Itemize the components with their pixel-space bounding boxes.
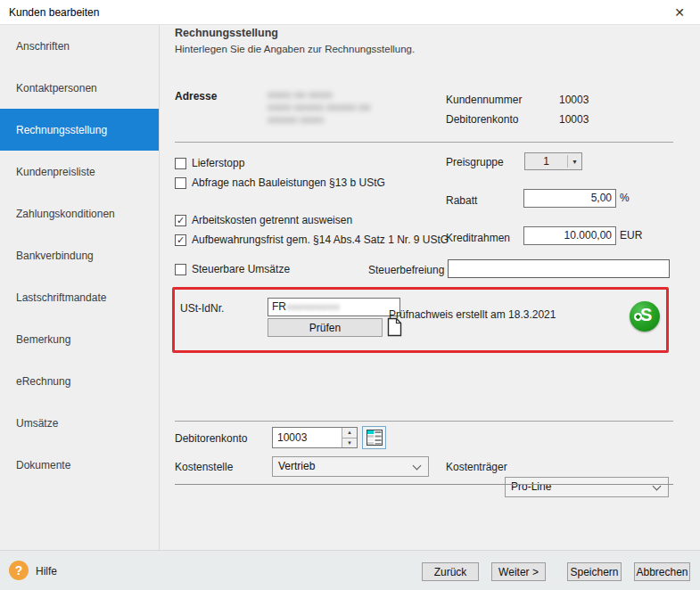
s-badge-letter: S [640, 305, 652, 325]
ustid-label: USt-IdNr. [180, 302, 224, 315]
checkbox-box[interactable] [175, 264, 186, 275]
weiter-button[interactable]: Weiter > [491, 562, 546, 581]
adresse-line-3: ●●●●● ●●●● [268, 113, 370, 126]
debitorenkonto-value[interactable]: 10003 [273, 428, 342, 447]
kostentraeger-value: Pro-Line [511, 480, 551, 493]
checkbox-box[interactable] [175, 177, 186, 189]
debitorenkonto-info-value: 10003 [559, 113, 589, 126]
page-subtitle: Hinterlegen Sie die Angaben zur Rechnung… [175, 44, 415, 54]
checkbox-label: Steuerbare Umsätze [192, 263, 290, 275]
preisgruppe-label: Preisgruppe [446, 156, 504, 168]
sidebar-nav: Anschriften Kontaktpersonen Rechnungsste… [0, 25, 159, 550]
spin-down-icon[interactable]: ▼ [342, 438, 357, 448]
pruefen-button[interactable]: Prüfen [268, 318, 383, 337]
kunden-bearbeiten-dialog: Kunden bearbeiten ✕ Anschriften Kontaktp… [0, 0, 700, 590]
checkbox-label: Aufbewahrungsfrist gem. §14 Abs.4 Satz 1… [192, 234, 449, 246]
section-divider [175, 484, 673, 485]
adresse-redacted: ●●●● ●● ●●●● ●●●● ●●●●● ●●●●● ●● ●●●●● ●… [268, 88, 370, 126]
sidebar-divider [159, 25, 160, 550]
steuerbefreiung-input[interactable] [448, 259, 670, 278]
checkbox-bauleistungen[interactable]: Abfrage nach Bauleistungen §13 b UStG [175, 176, 385, 189]
sidebar-item-bankverbindung[interactable]: Bankverbindung [0, 234, 159, 276]
kostentraeger-select[interactable]: Pro-Line [505, 477, 669, 497]
kundennummer-label: Kundennummer [446, 94, 522, 106]
sidebar-item-kontaktpersonen[interactable]: Kontaktpersonen [0, 67, 159, 109]
chevron-down-icon [413, 462, 422, 471]
zurueck-button[interactable]: Zurück [422, 562, 479, 581]
sidebar-item-anschriften[interactable]: Anschriften [0, 25, 159, 67]
window-title: Kunden bearbeiten [9, 0, 99, 25]
sidebar-item-rechnungsstellung[interactable]: Rechnungsstellung [0, 109, 159, 151]
kreditrahmen-input[interactable]: 10.000,00 [523, 226, 616, 245]
help-icon[interactable]: ? [9, 561, 29, 580]
kostenstelle-value: Vertrieb [278, 460, 315, 472]
ustid-redacted: ●●●●●●●●● [286, 300, 340, 313]
kostenstelle-label: Kostenstelle [175, 461, 233, 473]
sidebar-item-dokumente[interactable]: Dokumente [0, 444, 159, 486]
speichern-button[interactable]: Speichern [567, 562, 622, 581]
kostenstelle-select[interactable]: Vertrieb [272, 456, 429, 477]
sidebar-item-kundenpreisliste[interactable]: Kundenpreisliste [0, 151, 159, 193]
checkbox-box[interactable]: ✓ [175, 234, 186, 246]
preisgruppe-value: 1 [525, 155, 567, 168]
dropdown-arrow-icon[interactable]: ▼ [568, 159, 581, 165]
page-title: Rechnungsstellung [175, 27, 278, 39]
ustid-input[interactable]: FR●●●●●●●●● [268, 298, 400, 316]
lookup-table-icon [366, 430, 383, 446]
checkbox-label: Abfrage nach Bauleistungen §13 b UStG [192, 176, 385, 189]
steuerbefreiung-label: Steuerbefreiung [368, 264, 444, 276]
preisgruppe-select[interactable]: 1 ▼ [524, 152, 582, 170]
close-icon[interactable]: ✕ [670, 0, 689, 25]
sidebar-item-lastschriftmandate[interactable]: Lastschriftmandate [0, 276, 159, 318]
spin-up-icon[interactable]: ▲ [342, 428, 357, 438]
rabatt-input[interactable]: 5,00 [523, 189, 616, 208]
kreditrahmen-unit: EUR [620, 229, 642, 242]
kreditrahmen-label: Kreditrahmen [446, 232, 510, 244]
sidebar-item-erechnung[interactable]: eRechnung [0, 360, 159, 402]
section-divider [175, 421, 673, 422]
adresse-line-1: ●●●● ●● ●●●● [268, 88, 370, 101]
debitorenkonto-spinner[interactable]: 10003 ▲ ▼ [272, 427, 358, 448]
adresse-label: Adresse [175, 90, 217, 102]
checkbox-box[interactable]: ✓ [175, 215, 186, 226]
kundennummer-value: 10003 [559, 94, 589, 106]
ustid-prefix: FR [272, 300, 286, 313]
section-divider [175, 142, 673, 143]
rabatt-unit: % [620, 192, 630, 204]
debitorenkonto-info-label: Debitorenkonto [446, 113, 518, 126]
checkbox-aufbewahrungsfrist[interactable]: ✓ Aufbewahrungsfrist gem. §14 Abs.4 Satz… [175, 234, 449, 246]
hilfe-label[interactable]: Hilfe [36, 565, 57, 578]
checkbox-steuerbare-umsaetze[interactable]: Steuerbare Umsätze [175, 263, 290, 275]
pruefnachweis-note: Prüfnachweis erstellt am 18.3.2021 [389, 308, 556, 321]
s-logo-icon: S [630, 301, 660, 332]
checkbox-box[interactable] [175, 158, 186, 169]
checkbox-lieferstopp[interactable]: Lieferstopp [175, 157, 244, 169]
kostentraeger-label: Kostenträger [446, 461, 507, 473]
abbrechen-button[interactable]: Abbrechen [634, 562, 690, 581]
checkbox-arbeitskosten[interactable]: ✓ Arbeitskosten getrennt ausweisen [175, 214, 352, 226]
titlebar: Kunden bearbeiten ✕ [0, 0, 700, 25]
account-lookup-button[interactable] [362, 426, 386, 449]
spinner-buttons: ▲ ▼ [342, 428, 357, 447]
checkbox-label: Lieferstopp [192, 157, 244, 169]
sidebar-item-umsaetze[interactable]: Umsätze [0, 402, 159, 444]
s-badge-ring-icon [634, 313, 642, 321]
debitorenkonto-field-label: Debitorenkonto [175, 432, 247, 445]
sidebar-item-zahlungskonditionen[interactable]: Zahlungskonditionen [0, 193, 159, 234]
adresse-line-2: ●●●● ●●●●● ●●●●● ●● [268, 101, 370, 113]
sidebar-item-bemerkung[interactable]: Bemerkung [0, 318, 159, 360]
checkbox-label: Arbeitskosten getrennt ausweisen [192, 214, 352, 226]
rabatt-label: Rabatt [446, 194, 477, 207]
